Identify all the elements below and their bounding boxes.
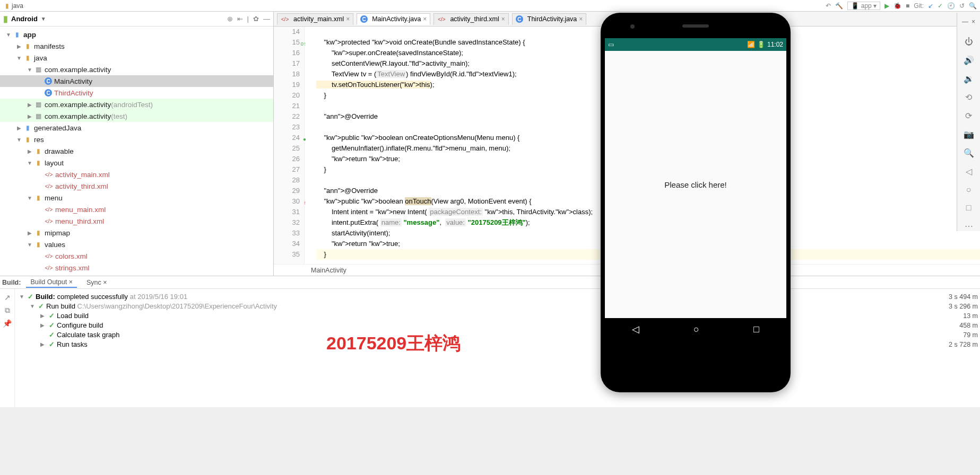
build-row[interactable]: ▶✓Run tasks xyxy=(19,340,928,349)
settings-icon[interactable]: ✿ xyxy=(253,15,259,23)
tree-node[interactable]: ▼▮values xyxy=(0,239,273,250)
tree-node[interactable]: ▼▮app xyxy=(0,29,273,40)
editor-tab[interactable]: CMainActivity.java× xyxy=(357,13,430,25)
power-icon[interactable]: ⏻ xyxy=(965,37,973,47)
mod-icon: ▮ xyxy=(13,30,21,39)
zoom-icon[interactable]: 🔍 xyxy=(964,148,974,158)
folder-icon: ▮ xyxy=(23,54,32,62)
back-button[interactable]: ◁ xyxy=(632,323,639,335)
search-icon[interactable]: 🔍 xyxy=(969,2,977,10)
vcs-commit-icon[interactable]: ✓ xyxy=(938,2,943,10)
xml-icon: </> xyxy=(45,263,53,272)
close-icon[interactable]: × xyxy=(346,15,350,23)
folder-icon: ▮ xyxy=(34,159,42,167)
close-icon[interactable]: × xyxy=(423,15,427,23)
tree-node[interactable]: ▼▮menu xyxy=(0,192,273,204)
pkg-icon: ▦ xyxy=(34,65,42,74)
check-icon: ✓ xyxy=(28,292,33,302)
editor-tab[interactable]: </>activity_third.xml× xyxy=(433,13,508,25)
more-icon[interactable]: ⋯ xyxy=(965,221,973,231)
navigation-breadcrumb: ▮Activity〉▮app〉▮src〉▮main〉▮java〉▮com〉▮ex… xyxy=(0,0,980,12)
build-row[interactable]: ▼✓Build: completed successfully at 2019/… xyxy=(19,292,928,302)
stop-icon[interactable]: ■ xyxy=(906,2,909,10)
tree-node[interactable]: ▶▮manifests xyxy=(0,40,273,52)
run-config-select[interactable]: 📱 app ▾ xyxy=(847,2,880,10)
xml-icon: </> xyxy=(45,170,53,179)
tree-node[interactable]: ▼▮layout xyxy=(0,157,273,169)
back-icon[interactable]: ◁ xyxy=(966,166,972,177)
rotate-right-icon[interactable]: ⟳ xyxy=(965,111,972,121)
home-icon[interactable]: ○ xyxy=(966,185,972,195)
tree-node[interactable]: ▶▮drawable xyxy=(0,145,273,157)
tree-node[interactable]: CThirdActivity xyxy=(0,87,273,99)
toggle-view-icon[interactable]: ⧉ xyxy=(5,306,10,315)
project-tree[interactable]: ▼▮app▶▮manifests▼▮java▼▦com.example.acti… xyxy=(0,27,273,276)
breadcrumb-item[interactable]: ▮java xyxy=(3,2,46,10)
device-frame: ▭ 📶 🔋 11:02 Please click here! ◁ ○ □ xyxy=(601,13,791,392)
build-tool-window: Build: Build Output × Sync × ⚙ — ↗ ⧉ 📌 ▼… xyxy=(0,276,980,407)
res-icon: ▮ xyxy=(23,135,32,144)
build-output-tree[interactable]: ▼✓Build: completed successfully at 2019/… xyxy=(15,289,932,407)
tab-sync[interactable]: Sync × xyxy=(82,278,111,287)
minimize-icon[interactable]: — xyxy=(962,18,968,25)
device-camera xyxy=(630,24,635,29)
separator: | xyxy=(247,15,249,23)
vcs-history-icon[interactable]: 🕘 xyxy=(947,2,955,10)
build-time: 13 m xyxy=(934,311,978,321)
build-hammer-icon[interactable]: 🔨 xyxy=(835,2,843,10)
overview-icon[interactable]: □ xyxy=(966,203,972,213)
cls-icon: C xyxy=(360,15,368,23)
tree-node[interactable]: </>strings.xml xyxy=(0,262,273,274)
editor-tab[interactable]: </>activity_main.xml× xyxy=(277,13,353,25)
check-icon: ✓ xyxy=(38,302,44,311)
debug-icon[interactable]: 🐞 xyxy=(894,2,901,10)
build-row[interactable]: ▶✓Load build xyxy=(19,311,928,321)
folder-icon: ▮ xyxy=(34,228,42,237)
tree-node[interactable]: </>activity_third.xml xyxy=(0,180,273,192)
tree-node[interactable]: ▶▦com.example.activity (test) xyxy=(0,110,273,122)
tree-node[interactable]: </>activity_main.xml xyxy=(0,169,273,180)
build-row[interactable]: ▼✓Run build C:\Users\wangzihong\Desktop\… xyxy=(19,302,928,311)
tab-build-output[interactable]: Build Output × xyxy=(26,277,77,288)
close-icon[interactable]: × xyxy=(501,15,505,23)
camera-icon[interactable]: 📷 xyxy=(964,129,974,139)
tree-node[interactable]: ▶▦com.example.activity (androidTest) xyxy=(0,99,273,110)
tree-node[interactable]: </>menu_third.xml xyxy=(0,215,273,227)
pin-icon[interactable]: 📌 xyxy=(3,319,12,328)
tree-node[interactable]: ▶▮mipmap xyxy=(0,227,273,239)
tree-node[interactable]: ▼▮java xyxy=(0,52,273,64)
tree-node[interactable]: </>colors.xml xyxy=(0,250,273,262)
watermark-text: 20175209王梓鸿 xyxy=(326,331,461,356)
close-icon[interactable]: × xyxy=(972,18,975,25)
volume-down-icon[interactable]: 🔉 xyxy=(964,74,974,84)
tree-node[interactable]: </>menu_main.xml xyxy=(0,204,273,215)
scroll-from-source-icon[interactable]: ⊕ xyxy=(227,15,233,23)
rotate-left-icon[interactable]: ⟲ xyxy=(965,92,972,102)
chevron-down-icon[interactable]: ▼ xyxy=(41,16,46,22)
tree-node[interactable]: ▼▮res xyxy=(0,134,273,145)
build-row[interactable]: ✓Calculate task graph xyxy=(19,330,928,340)
run-icon[interactable]: ▶ xyxy=(884,2,889,10)
device-screen[interactable]: ▭ 📶 🔋 11:02 Please click here! ◁ ○ □ xyxy=(605,38,786,340)
git-label: Git: xyxy=(914,2,924,10)
editor-tab[interactable]: CThirdActivity.java× xyxy=(512,13,587,25)
hide-icon[interactable]: — xyxy=(263,15,270,23)
editor-gutter[interactable]: 1415o↑161718192021222324●252627282930↑31… xyxy=(274,27,305,264)
rerun-icon[interactable]: ↗ xyxy=(4,293,11,302)
build-time: 3 s 296 m xyxy=(934,302,978,311)
close-icon[interactable]: × xyxy=(579,15,583,23)
vcs-revert-icon[interactable]: ↺ xyxy=(959,2,965,10)
app-text[interactable]: Please click here! xyxy=(605,51,786,318)
collapse-all-icon[interactable]: ⇤ xyxy=(237,15,243,23)
vcs-update-icon[interactable]: ↙ xyxy=(928,2,933,10)
nav-back-icon[interactable]: ↶ xyxy=(826,2,831,10)
tree-node[interactable]: ▼▦com.example.activity xyxy=(0,64,273,75)
home-button[interactable]: ○ xyxy=(693,324,699,335)
project-view-select[interactable]: Android xyxy=(11,15,38,23)
tree-node[interactable]: ▶▮generatedJava xyxy=(0,122,273,134)
check-icon: ✓ xyxy=(49,311,55,321)
build-row[interactable]: ▶✓Configure build xyxy=(19,321,928,330)
recents-button[interactable]: □ xyxy=(753,324,759,335)
tree-node[interactable]: CMainActivity xyxy=(0,75,273,87)
volume-up-icon[interactable]: 🔊 xyxy=(964,55,974,65)
